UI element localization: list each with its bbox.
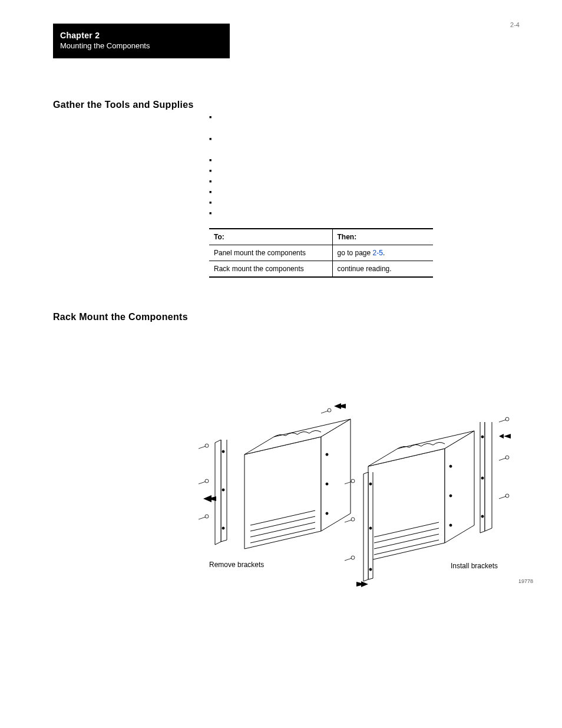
svg-line-49 bbox=[345, 520, 352, 522]
cell-then: continue reading. bbox=[332, 261, 433, 278]
figure-number: 19778 bbox=[518, 578, 533, 584]
svg-point-50 bbox=[351, 518, 355, 521]
screws-icon bbox=[197, 443, 221, 551]
rack-para: Follow the procedure below to rack mount… bbox=[209, 339, 527, 360]
chapter-header: Chapter 2 Mounting the Components bbox=[53, 24, 230, 58]
rack-para: You can install all three components (pr… bbox=[209, 312, 527, 333]
list-item: mounting hardware (user-supplied) bbox=[209, 167, 521, 177]
page-link[interactable]: 2-5 bbox=[373, 249, 383, 257]
svg-line-15 bbox=[199, 446, 206, 449]
page-number: 2-4 bbox=[510, 21, 520, 28]
screws-icon bbox=[498, 416, 521, 536]
svg-point-33 bbox=[481, 436, 484, 438]
svg-marker-36 bbox=[368, 472, 373, 579]
cell-to: Rack mount the components bbox=[209, 261, 332, 278]
list-item: stud or clip nuts bbox=[209, 199, 521, 209]
list-item: drill bbox=[209, 156, 521, 167]
cell-then: go to page 2-5. bbox=[332, 245, 433, 261]
then-pre: go to page bbox=[338, 249, 373, 257]
screws-icon bbox=[343, 478, 367, 598]
figure-area: Remove brackets Install brackets 19778 bbox=[197, 384, 527, 620]
svg-point-52 bbox=[351, 556, 355, 559]
chapter-label: Chapter 2 bbox=[60, 31, 223, 40]
screws-top-icon bbox=[321, 401, 351, 427]
arrow-out-icon bbox=[334, 403, 346, 409]
svg-marker-0 bbox=[244, 437, 321, 549]
list-item: a #1 and #2 Phillips screwdriver bbox=[209, 113, 521, 124]
svg-point-38 bbox=[369, 483, 372, 485]
chapter-subtitle: Mounting the Components bbox=[60, 41, 223, 50]
svg-point-44 bbox=[505, 456, 509, 459]
svg-point-29 bbox=[449, 495, 452, 497]
svg-point-20 bbox=[205, 515, 209, 518]
heading-gather: Gather the Tools and Supplies bbox=[53, 100, 197, 110]
svg-point-35 bbox=[481, 515, 484, 518]
list-item: wire tie wraps bbox=[209, 177, 521, 188]
svg-point-7 bbox=[326, 453, 328, 456]
svg-point-8 bbox=[326, 483, 328, 485]
svg-line-53 bbox=[321, 411, 328, 413]
col-then: Then: bbox=[332, 229, 433, 245]
svg-point-12 bbox=[222, 450, 224, 453]
svg-line-43 bbox=[499, 458, 506, 460]
then-post: . bbox=[383, 249, 385, 257]
svg-point-34 bbox=[481, 477, 484, 479]
svg-line-51 bbox=[345, 558, 352, 561]
svg-point-40 bbox=[369, 568, 372, 571]
heading-rack: Rack Mount the Components bbox=[53, 312, 197, 322]
body-rack: You can install all three components (pr… bbox=[209, 312, 527, 620]
supply-list: a #1 and #2 Phillips screwdriver a small… bbox=[209, 113, 521, 220]
body-gather: You need the following tools and supplie… bbox=[209, 100, 521, 278]
list-item: a small flat-blade screwdriver bbox=[209, 134, 521, 146]
table-head-row: To: Then: bbox=[209, 229, 433, 245]
col-to: To: bbox=[209, 229, 332, 245]
section-gather: Gather the Tools and Supplies You need t… bbox=[53, 100, 521, 278]
svg-point-46 bbox=[505, 494, 509, 498]
svg-point-9 bbox=[326, 512, 328, 515]
list-item: mounting brackets (if you aren't rack-mo… bbox=[209, 188, 521, 199]
svg-line-41 bbox=[499, 420, 506, 422]
svg-line-47 bbox=[345, 482, 352, 484]
svg-line-45 bbox=[499, 496, 506, 499]
svg-point-14 bbox=[222, 527, 224, 529]
svg-point-39 bbox=[369, 527, 372, 529]
svg-point-54 bbox=[328, 409, 331, 412]
svg-line-19 bbox=[199, 517, 206, 519]
svg-point-30 bbox=[449, 524, 452, 526]
svg-marker-23 bbox=[445, 431, 474, 543]
svg-point-48 bbox=[351, 479, 355, 483]
left-chassis-icon bbox=[244, 419, 333, 516]
svg-point-13 bbox=[222, 489, 224, 491]
svg-point-28 bbox=[449, 465, 452, 467]
list-item: star washers bbox=[209, 209, 521, 220]
svg-line-17 bbox=[199, 482, 206, 484]
then-pre: continue reading. bbox=[338, 265, 392, 273]
page-root: 2-4 Chapter 2 Mounting the Components Ga… bbox=[0, 0, 562, 728]
table-row: Rack mount the components continue readi… bbox=[209, 261, 433, 278]
fig-label-right: Install brackets bbox=[451, 562, 498, 570]
svg-point-42 bbox=[505, 417, 509, 421]
svg-marker-32 bbox=[485, 422, 492, 531]
navigation-table: To: Then: Panel mount the components go … bbox=[209, 228, 433, 278]
table-row: Panel mount the components go to page 2-… bbox=[209, 245, 433, 261]
svg-point-18 bbox=[205, 479, 209, 483]
fig-label-left: Remove brackets bbox=[209, 561, 264, 569]
gather-intro: You need the following tools and supplie… bbox=[209, 100, 521, 108]
svg-point-16 bbox=[205, 444, 209, 447]
section-rack: Rack Mount the Components You can instal… bbox=[53, 312, 521, 620]
cell-to: Panel mount the components bbox=[209, 245, 332, 261]
